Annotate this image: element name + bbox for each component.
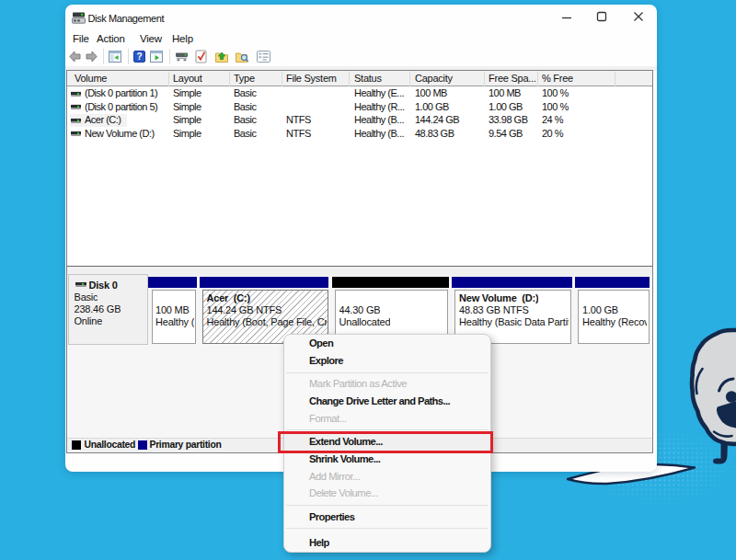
svg-text:?: ? bbox=[136, 51, 142, 62]
